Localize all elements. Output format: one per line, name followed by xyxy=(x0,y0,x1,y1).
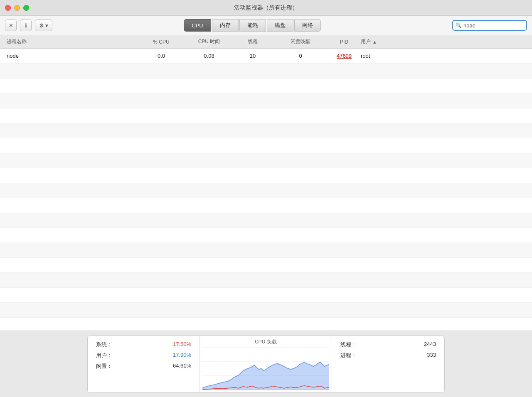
col-header-threads[interactable]: 线程 xyxy=(232,38,273,45)
stat-processes-label: 进程： xyxy=(340,352,357,359)
title-bar: 活动监视器（所有进程） xyxy=(0,0,532,16)
empty-row xyxy=(0,198,532,213)
empty-row xyxy=(0,123,532,138)
svg-marker-4 xyxy=(202,362,329,390)
search-input[interactable] xyxy=(463,22,532,29)
stat-idle: 闲置： 64.61% xyxy=(96,363,191,370)
empty-row xyxy=(0,108,532,123)
minimize-button[interactable] xyxy=(14,5,20,11)
tab-group: CPU 内存 能耗 磁盘 网络 xyxy=(56,19,449,32)
col-header-idle[interactable]: 闲置唤醒 xyxy=(273,38,328,45)
toolbar: ✕ ℹ ⚙ ▾ CPU 内存 能耗 磁盘 网络 🔍 ⊗ xyxy=(0,16,532,35)
tab-cpu[interactable]: CPU xyxy=(184,19,211,32)
empty-row xyxy=(0,288,532,303)
stat-user-label: 用户： xyxy=(96,352,112,359)
info-button[interactable]: ℹ xyxy=(20,20,32,31)
toolbar-left: ✕ ℹ ⚙ ▾ xyxy=(5,20,52,31)
empty-row xyxy=(0,168,532,183)
gear-icon: ⚙ ▾ xyxy=(39,22,49,29)
bottom-panel: 系统： 17.50% 用户： 17.90% 闲置： 64.61% CPU 负载 xyxy=(0,331,532,397)
cpu-chart-area: CPU 负载 xyxy=(200,336,332,392)
close-button[interactable] xyxy=(5,5,11,11)
search-box: 🔍 ⊗ xyxy=(452,20,527,31)
empty-row xyxy=(0,303,532,318)
row-idle-wake: 0 xyxy=(273,53,328,59)
empty-row xyxy=(0,93,532,108)
stat-system: 系统： 17.50% xyxy=(96,341,191,348)
tab-energy[interactable]: 能耗 xyxy=(239,19,266,32)
empty-row xyxy=(0,213,532,228)
window-controls xyxy=(5,5,29,11)
cpu-stats-right: 线程： 2443 进程： 333 xyxy=(332,336,444,392)
stat-user: 用户： 17.90% xyxy=(96,352,191,359)
row-cpu-pct: 0.0 xyxy=(136,53,186,59)
search-icon: 🔍 xyxy=(456,22,462,28)
empty-row xyxy=(0,228,532,243)
table-row[interactable]: node 0.0 0.08 10 0 47609 root xyxy=(0,49,532,64)
stat-processes: 进程： 333 xyxy=(340,352,436,359)
stat-processes-value: 333 xyxy=(427,352,436,359)
empty-row xyxy=(0,78,532,93)
empty-row xyxy=(0,153,532,168)
stat-threads: 线程： 2443 xyxy=(340,341,436,348)
stat-system-label: 系统： xyxy=(96,341,112,348)
empty-row xyxy=(0,183,532,198)
stat-user-value: 17.90% xyxy=(173,352,191,359)
tab-memory[interactable]: 内存 xyxy=(212,19,239,32)
col-header-cpu-time[interactable]: CPU 时间 xyxy=(186,38,232,45)
row-pid: 47609 xyxy=(328,53,361,59)
row-user: root xyxy=(361,53,529,59)
chart-title: CPU 负载 xyxy=(255,338,277,346)
settings-button[interactable]: ⚙ ▾ xyxy=(35,20,52,31)
row-process-name: node xyxy=(3,53,136,59)
window-title: 活动监视器（所有进程） xyxy=(234,4,298,12)
col-header-pid[interactable]: PID xyxy=(328,39,361,45)
empty-row xyxy=(0,243,532,258)
table-body: node 0.0 0.08 10 0 47609 root xyxy=(0,49,532,331)
sort-arrow-icon: ▲ xyxy=(372,39,377,44)
stat-idle-value: 64.61% xyxy=(173,363,191,370)
col-user-label: 用户 xyxy=(361,38,371,45)
close-process-icon: ✕ xyxy=(9,22,13,29)
empty-row xyxy=(0,64,532,78)
empty-row xyxy=(0,258,532,273)
table-header: 进程名称 % CPU CPU 时间 线程 闲置唤醒 PID 用户 ▲ xyxy=(0,35,532,49)
cpu-load-chart xyxy=(202,347,329,390)
empty-row xyxy=(0,138,532,153)
col-header-name[interactable]: 进程名称 xyxy=(3,38,136,45)
empty-row xyxy=(0,273,532,288)
row-threads: 10 xyxy=(232,53,273,59)
stat-system-value: 17.50% xyxy=(173,341,191,348)
stat-threads-value: 2443 xyxy=(424,341,436,348)
tab-disk[interactable]: 磁盘 xyxy=(267,19,293,32)
col-header-user[interactable]: 用户 ▲ xyxy=(361,38,529,45)
info-icon: ℹ xyxy=(25,22,27,29)
stat-threads-label: 线程： xyxy=(340,341,357,348)
row-cpu-time: 0.08 xyxy=(186,53,232,59)
stats-card: 系统： 17.50% 用户： 17.90% 闲置： 64.61% CPU 负载 xyxy=(87,336,445,393)
col-header-cpu-pct[interactable]: % CPU xyxy=(136,39,186,45)
tab-network[interactable]: 网络 xyxy=(294,19,321,32)
close-process-button[interactable]: ✕ xyxy=(5,20,17,31)
stat-idle-label: 闲置： xyxy=(96,363,112,370)
maximize-button[interactable] xyxy=(23,5,29,11)
cpu-stats-left: 系统： 17.50% 用户： 17.90% 闲置： 64.61% xyxy=(88,336,200,392)
